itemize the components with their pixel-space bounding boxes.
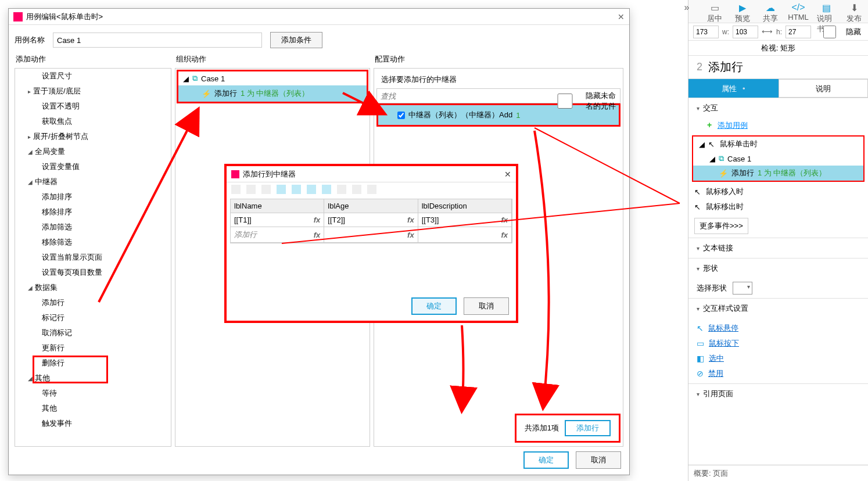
- event-mousein[interactable]: ↖ 鼠标移入时: [688, 184, 868, 199]
- act-delete[interactable]: 删除行: [15, 356, 171, 371]
- tb-ic-5[interactable]: [292, 185, 301, 194]
- y-input[interactable]: [693, 26, 719, 38]
- table-head: lblName lblAge lblDescription: [231, 199, 512, 213]
- h-input[interactable]: [785, 26, 811, 38]
- dialog-cancel-btn[interactable]: 取消: [576, 451, 621, 469]
- act-update[interactable]: 更新行: [15, 340, 171, 356]
- table-row-1[interactable]: [[T1]]fx [[T2]]fx [[T3]]fx: [231, 213, 512, 227]
- tb-ic-8[interactable]: [337, 185, 346, 194]
- act-addsort[interactable]: 添加排序: [15, 189, 171, 204]
- event-action-row[interactable]: ⚡ 添加行 1 为 中继器（列表）: [693, 166, 863, 181]
- plus-icon: +: [707, 120, 712, 130]
- fx-icon[interactable]: fx: [501, 231, 508, 239]
- add-condition-btn[interactable]: 添加条件: [270, 32, 322, 48]
- modal-close-icon[interactable]: ✕: [504, 170, 511, 179]
- tb-ic-2[interactable]: [246, 185, 256, 194]
- add-case-link[interactable]: 添加用例: [718, 121, 748, 130]
- fx-icon[interactable]: fx: [314, 231, 321, 239]
- case-row[interactable]: ◢⧉ Case 1: [178, 71, 367, 85]
- dialog-close-icon[interactable]: ✕: [618, 12, 625, 21]
- tab-description[interactable]: 说明: [779, 79, 869, 98]
- act-setvar[interactable]: 设置变量值: [15, 159, 171, 174]
- style-selected-link[interactable]: 选中: [709, 353, 724, 364]
- hide-unnamed-checkbox[interactable]: [547, 94, 583, 109]
- modal-ok-btn[interactable]: 确定: [411, 297, 457, 315]
- act-setpage[interactable]: 设置当前显示页面: [15, 250, 171, 265]
- tb-ic-9[interactable]: [352, 185, 361, 194]
- center-btn[interactable]: ▭居中: [705, 2, 724, 20]
- widget-name: 添加行: [708, 59, 743, 75]
- modal-toolbar: [227, 182, 516, 199]
- case-name-label: 用例名称: [15, 35, 45, 45]
- modal-cancel-btn[interactable]: 取消: [464, 297, 509, 315]
- add-row-button[interactable]: 添加行: [565, 420, 611, 436]
- act-remsort[interactable]: 移除排序: [15, 204, 171, 220]
- act-misc[interactable]: 其他: [15, 401, 171, 416]
- tb-ic-7[interactable]: [322, 185, 331, 194]
- dialog-ok-btn[interactable]: 确定: [523, 451, 569, 469]
- inspector-header: 检视: 矩形: [688, 41, 868, 56]
- act-globals[interactable]: 全局变量: [15, 144, 171, 159]
- dialog-top-row: 用例名称 添加条件: [9, 25, 629, 52]
- manual-btn[interactable]: ▤说明书: [817, 2, 835, 20]
- event-mouseout[interactable]: ↖ 鼠标移出时: [688, 199, 868, 214]
- widget-checkbox[interactable]: [397, 112, 405, 119]
- shape-dropdown[interactable]: [733, 282, 752, 295]
- hide-checkbox[interactable]: [817, 26, 842, 38]
- act-fire[interactable]: 触发事件: [15, 416, 171, 431]
- tb-ic-3[interactable]: [261, 185, 271, 194]
- fx-icon[interactable]: fx: [314, 216, 321, 224]
- tb-ic-10[interactable]: [367, 185, 376, 194]
- style-hover-link[interactable]: 鼠标悬停: [708, 323, 738, 333]
- preview-btn[interactable]: ▶预览: [733, 2, 752, 20]
- tree-icon: ⧉: [719, 154, 724, 163]
- share-btn[interactable]: ☁共享: [761, 2, 780, 20]
- modal-table: lblName lblAge lblDescription [[T1]]fx […: [230, 199, 512, 243]
- fx-icon[interactable]: fx: [407, 231, 414, 239]
- act-dataset[interactable]: 数据集: [15, 280, 171, 295]
- act-addfilter[interactable]: 添加筛选: [15, 220, 171, 235]
- fx-icon[interactable]: fx: [407, 216, 414, 224]
- act-unmark[interactable]: 取消标记: [15, 325, 171, 340]
- inspector-title: 2 添加行: [688, 56, 868, 79]
- style-links: ↖鼠标悬停 ▭鼠标按下 ◧选中 ⊘禁用: [688, 318, 868, 383]
- tb-ic-1[interactable]: [231, 185, 241, 194]
- table-row-add[interactable]: 添加行fx fx fx: [231, 227, 512, 243]
- style-press-link[interactable]: 鼠标按下: [709, 338, 739, 349]
- more-events-btn[interactable]: 更多事件>>>: [694, 218, 748, 234]
- tab-properties[interactable]: 属性•: [688, 79, 779, 98]
- fx-icon[interactable]: fx: [501, 216, 508, 224]
- event-mouseclick[interactable]: ◢↖ 鼠标单击时: [693, 137, 863, 152]
- act-bringfront[interactable]: 置于顶层/底层: [15, 84, 171, 99]
- lock-icon[interactable]: ⟷: [762, 27, 773, 36]
- act-setitems[interactable]: 设置每页项目数量: [15, 265, 171, 280]
- event-case[interactable]: ◢⧉ Case 1: [693, 152, 863, 166]
- act-focus[interactable]: 获取焦点: [15, 114, 171, 129]
- html-btn[interactable]: </>HTML: [789, 2, 808, 20]
- section-textlink[interactable]: 文本链接: [688, 238, 868, 258]
- tb-ic-6[interactable]: [307, 185, 316, 194]
- hide-unnamed-row: 隐藏未命名的元件: [547, 91, 617, 112]
- act-markrow[interactable]: 标记行: [15, 310, 171, 325]
- act-expand[interactable]: 展开/折叠树节点: [15, 129, 171, 144]
- right-footer: 概要: 页面: [688, 465, 868, 481]
- act-repeater[interactable]: 中继器: [15, 174, 171, 189]
- w-input[interactable]: [733, 26, 758, 38]
- section-refpage[interactable]: 引用页面: [688, 383, 868, 404]
- section-interstyle[interactable]: 交互样式设置: [688, 298, 868, 318]
- case-name-input[interactable]: [53, 33, 262, 48]
- act-other[interactable]: 其他: [15, 371, 171, 386]
- act-wait[interactable]: 等待: [15, 386, 171, 401]
- toolbar-more-btn[interactable]: »: [677, 2, 696, 20]
- select-repeater-label: 选择要添加行的中继器: [376, 71, 620, 88]
- act-opacity[interactable]: 设置不透明: [15, 99, 171, 114]
- style-disabled-link[interactable]: 禁用: [708, 368, 723, 379]
- section-interactions[interactable]: 交互: [688, 98, 868, 118]
- act-remfilter[interactable]: 移除筛选: [15, 235, 171, 250]
- act-setsize[interactable]: 设置尺寸: [15, 69, 171, 84]
- publish-btn[interactable]: ⬇发布: [845, 2, 863, 20]
- tb-ic-4[interactable]: [277, 185, 286, 194]
- case-action-row[interactable]: ⚡ 添加行 1 为 中继器（列表）: [178, 85, 367, 102]
- act-addrow[interactable]: 添加行: [15, 295, 171, 310]
- section-shape[interactable]: 形状: [688, 258, 868, 278]
